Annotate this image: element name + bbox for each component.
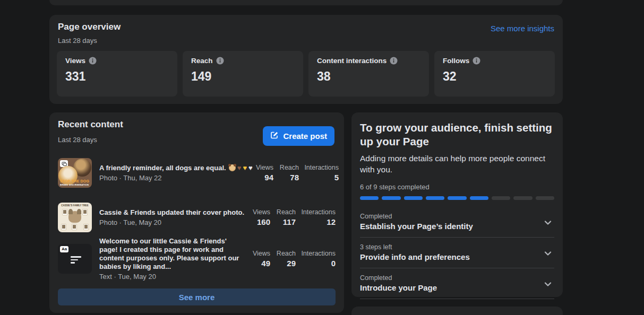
post-thumbnail[interactable]: Aa xyxy=(58,244,92,274)
next-card-remnant xyxy=(351,307,563,315)
stat-card-reach[interactable]: Reach 149 xyxy=(183,51,303,97)
create-post-label: Create post xyxy=(283,132,327,141)
stat-card-views[interactable]: Views 331 xyxy=(57,51,177,97)
progress-segment-incomplete xyxy=(536,196,554,200)
interactions-value: 5 xyxy=(303,173,339,182)
section-establish-identity[interactable]: Completed Establish your Page’s identity xyxy=(360,207,554,238)
progress-segment-complete xyxy=(404,196,423,200)
see-more-button[interactable]: See more xyxy=(58,288,336,305)
info-icon[interactable] xyxy=(216,57,224,65)
setup-subtitle: Adding more details can help more people… xyxy=(360,153,554,175)
stat-value: 38 xyxy=(317,69,420,84)
page-overview-subtitle: Last 28 days xyxy=(58,37,97,45)
stat-value: 331 xyxy=(65,69,169,84)
recent-content-card: Recent content Last 28 days Create post … xyxy=(49,112,344,313)
post-row[interactable]: STOP THE DOG BREED DISCRIMINATION A frie… xyxy=(58,157,336,189)
section-provide-info[interactable]: 3 steps left Provide info and preference… xyxy=(360,238,554,268)
stat-card-content-interactions[interactable]: Content interactions 38 xyxy=(308,51,429,97)
info-icon[interactable] xyxy=(473,57,480,65)
text-lines-icon xyxy=(71,256,81,265)
compose-icon xyxy=(270,131,279,141)
stat-value: 149 xyxy=(191,69,295,84)
progress-segment-complete xyxy=(360,196,379,200)
stat-label: Content interactions xyxy=(317,57,387,65)
thumbnail-text: BREED DISCRIMINATION xyxy=(60,183,89,186)
section-status: 3 steps left xyxy=(360,243,554,251)
progress-segment-incomplete xyxy=(513,196,532,200)
section-status: Completed xyxy=(360,213,554,220)
page-overview-title: Page overview xyxy=(58,22,121,32)
reach-column-header: Reach xyxy=(274,208,296,216)
progress-segment-complete xyxy=(470,196,488,200)
section-introduce-page[interactable]: Completed Introduce your Page xyxy=(360,268,554,299)
post-title-emojis: ♥♥♥ xyxy=(229,164,253,171)
interactions-column-header: Interactions xyxy=(300,250,336,257)
setup-title: To grow your audience, finish setting up… xyxy=(360,121,554,148)
reach-column-header: Reach xyxy=(278,164,299,171)
reach-value: 117 xyxy=(274,217,296,226)
brown-heart-emoji: ♥ xyxy=(237,164,242,171)
setup-progress-bar xyxy=(360,196,554,200)
post-title: A friendly reminder, all dogs are equal.… xyxy=(99,164,250,172)
previous-card-remnant xyxy=(49,0,563,5)
post-thumbnail[interactable]: CASSIE'S FAMILY TREE xyxy=(58,203,92,232)
post-stats: Views94 Reach78 Interactions5 xyxy=(250,164,339,182)
progress-segment-complete xyxy=(426,196,444,200)
progress-label: 6 of 9 steps completed xyxy=(360,183,554,191)
interactions-value: 12 xyxy=(300,217,336,226)
post-row[interactable]: CASSIE'S FAMILY TREE Cassie & Friends up… xyxy=(58,202,336,233)
interactions-column-header: Interactions xyxy=(303,164,339,171)
reach-value: 29 xyxy=(274,259,296,268)
post-meta: Photo · Thu, May 22 xyxy=(99,174,250,182)
reach-value: 78 xyxy=(278,173,299,182)
views-value: 49 xyxy=(247,259,270,268)
post-row[interactable]: Aa Welcome to our little Cassie & Friend… xyxy=(58,243,336,275)
stat-label: Reach xyxy=(191,57,213,65)
info-icon[interactable] xyxy=(390,57,398,65)
page-setup-card: To grow your audience, finish setting up… xyxy=(351,112,563,297)
views-column-header: Views xyxy=(250,164,273,171)
page-overview-card: Page overview Last 28 days See more insi… xyxy=(49,15,563,104)
dog-face-emoji xyxy=(229,164,236,171)
section-title: Establish your Page’s identity xyxy=(360,222,554,231)
page-root: Page overview Last 28 days See more insi… xyxy=(0,0,644,315)
setup-sections: Completed Establish your Page’s identity… xyxy=(360,207,554,299)
section-title: Provide info and preferences xyxy=(360,252,554,261)
progress-segment-complete xyxy=(448,196,466,200)
thumbnail-text: STOP THE DOG xyxy=(60,179,89,183)
recent-content-subtitle: Last 28 days xyxy=(58,136,97,144)
chevron-down-icon[interactable] xyxy=(543,279,553,290)
progress-segment-incomplete xyxy=(492,196,510,200)
chevron-down-icon[interactable] xyxy=(543,217,553,228)
post-meta: Photo · Tue, May 20 xyxy=(99,218,247,226)
post-title: Welcome to our little Cassie & Friends' … xyxy=(99,237,246,271)
section-status: Completed xyxy=(360,274,554,282)
progress-segment-complete xyxy=(382,196,400,200)
interactions-value: 0 xyxy=(300,259,336,268)
info-icon[interactable] xyxy=(89,57,97,65)
section-title: Introduce your Page xyxy=(360,283,554,292)
views-value: 94 xyxy=(250,173,273,182)
recent-content-title: Recent content xyxy=(58,119,123,130)
stat-card-follows[interactable]: Follows 32 xyxy=(434,51,555,97)
thumbnail-text: CASSIE'S FAMILY TREE xyxy=(58,204,92,207)
post-thumbnail[interactable]: STOP THE DOG BREED DISCRIMINATION xyxy=(58,158,92,188)
views-value: 160 xyxy=(247,217,270,226)
create-post-button[interactable]: Create post xyxy=(263,126,334,146)
reach-column-header: Reach xyxy=(274,250,296,257)
stat-label: Views xyxy=(65,57,85,65)
stat-value: 32 xyxy=(443,69,546,84)
views-column-header: Views xyxy=(247,208,270,216)
interactions-column-header: Interactions xyxy=(300,208,336,216)
see-more-insights-link[interactable]: See more insights xyxy=(491,24,554,33)
post-stats: Views160 Reach117 Interactions12 xyxy=(247,208,336,226)
cartoon-dog xyxy=(68,211,81,223)
post-stats: Views49 Reach29 Interactions0 xyxy=(247,250,336,268)
chevron-down-icon[interactable] xyxy=(543,248,553,259)
post-meta: Text · Tue, May 20 xyxy=(99,273,247,281)
stat-label: Follows xyxy=(443,57,469,65)
yellow-heart-emoji: ♥ xyxy=(243,164,247,171)
post-title: Cassie & Friends updated their cover pho… xyxy=(99,208,247,217)
text-post-badge: Aa xyxy=(60,246,68,252)
overview-stats: Views 331 Reach 149 Content in xyxy=(57,51,555,97)
